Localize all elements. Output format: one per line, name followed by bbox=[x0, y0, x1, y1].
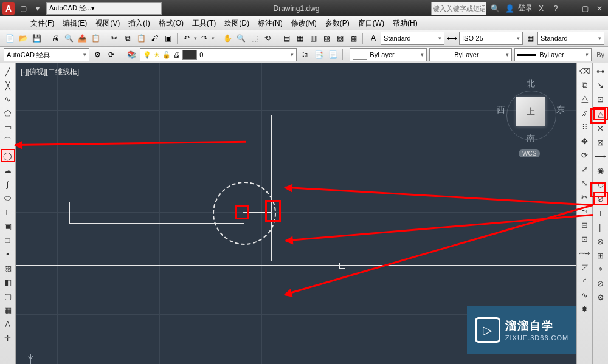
ellipse-icon[interactable]: ⬭ bbox=[1, 192, 15, 204]
dim-style-combo[interactable]: ISO-25▾ bbox=[459, 32, 523, 45]
menu-insert[interactable]: 插入(I) bbox=[125, 17, 153, 30]
table-icon[interactable]: ▦ bbox=[1, 304, 15, 316]
mtext-icon[interactable]: A bbox=[1, 318, 15, 330]
insert-icon[interactable]: ▣ bbox=[1, 220, 15, 232]
ellipse-arc-icon[interactable]: ⟌ bbox=[1, 206, 15, 218]
temp-track-icon[interactable]: ⊶ bbox=[594, 65, 607, 77]
undo-icon[interactable]: ↶ bbox=[181, 32, 193, 44]
workspace-combo[interactable]: AutoCAD 经典▾ bbox=[4, 48, 89, 61]
app-logo[interactable]: A bbox=[2, 2, 15, 15]
viewcube-wcs[interactable]: WCS bbox=[519, 149, 540, 157]
open-icon[interactable]: 📂 bbox=[17, 32, 29, 44]
point-icon[interactable]: • bbox=[1, 248, 15, 260]
plot-icon[interactable]: 📋 bbox=[89, 32, 102, 44]
menu-draw[interactable]: 绘图(D) bbox=[221, 17, 253, 30]
pan-icon[interactable]: ✋ bbox=[221, 32, 233, 44]
help-icon[interactable]: ? bbox=[550, 2, 562, 15]
cut-icon[interactable]: ✂ bbox=[108, 32, 120, 44]
match-icon[interactable]: 🖌 bbox=[148, 32, 161, 44]
viewcube-west[interactable]: 西 bbox=[497, 105, 505, 115]
osnap-settings-icon[interactable]: ⚙ bbox=[594, 291, 607, 303]
viewcube[interactable]: 北 南 东 西 上 WCS bbox=[500, 72, 561, 145]
viewcube-north[interactable]: 北 bbox=[527, 78, 535, 89]
gear-icon[interactable]: ⚙ bbox=[92, 49, 103, 61]
array-icon[interactable]: ⠿ bbox=[578, 121, 592, 133]
insert-snap-icon[interactable]: ⊞ bbox=[594, 249, 607, 261]
rotate-icon[interactable]: ⟳ bbox=[578, 149, 592, 161]
viewcube-face-top[interactable]: 上 bbox=[516, 97, 545, 126]
search-icon[interactable]: 🔍 bbox=[489, 2, 501, 15]
break-point-icon[interactable]: ⊟ bbox=[578, 219, 592, 231]
zoom-rt-icon[interactable]: 🔍 bbox=[235, 32, 247, 44]
node-icon[interactable]: ⊗ bbox=[594, 235, 607, 247]
paste-icon[interactable]: 📋 bbox=[135, 32, 147, 44]
lineweight-combo[interactable]: ByLayer▾ bbox=[514, 48, 592, 61]
addselected-icon[interactable]: ✛ bbox=[1, 332, 15, 344]
view-label[interactable]: [-][俯视][二维线框] bbox=[21, 67, 79, 77]
fillet-icon[interactable]: ◜ bbox=[578, 275, 592, 287]
viewcube-east[interactable]: 东 bbox=[556, 105, 565, 115]
mirror-icon[interactable]: ⧋ bbox=[578, 93, 592, 105]
title-workspace-combo[interactable]: AutoCAD 经...▾ bbox=[46, 2, 162, 15]
publish-icon[interactable]: 📤 bbox=[76, 32, 88, 44]
exchange-icon[interactable]: X bbox=[535, 2, 547, 15]
table-style-combo[interactable]: Standard▾ bbox=[537, 32, 604, 45]
new-icon[interactable]: 📄 bbox=[4, 32, 16, 44]
text-style-combo[interactable]: Standard▾ bbox=[381, 32, 444, 45]
blend-icon[interactable]: ∿ bbox=[578, 289, 592, 301]
parallel-icon[interactable]: ∥ bbox=[594, 221, 607, 233]
break-icon[interactable]: ⊡ bbox=[578, 233, 592, 245]
close-icon[interactable]: ✕ bbox=[593, 2, 606, 15]
extension-icon[interactable]: ⟶ bbox=[594, 150, 607, 162]
calc-icon[interactable]: ▩ bbox=[347, 32, 359, 44]
copy-clip-icon[interactable]: ⧉ bbox=[122, 32, 134, 44]
print-icon[interactable]: 🖨 bbox=[49, 32, 61, 44]
none-icon[interactable]: ⊘ bbox=[594, 277, 607, 289]
preview-icon[interactable]: 🔍 bbox=[63, 32, 75, 44]
drawing-canvas[interactable]: [-][俯视][二维线框] 北 南 东 西 上 WCS bbox=[16, 63, 576, 364]
layer-state-icon[interactable]: 📃 bbox=[327, 49, 339, 61]
revcloud-icon[interactable]: ☁ bbox=[1, 164, 15, 176]
login-label[interactable]: 登录 bbox=[518, 3, 533, 13]
gradient-icon[interactable]: ◧ bbox=[1, 276, 15, 288]
zoom-prev-icon[interactable]: ⟲ bbox=[261, 32, 274, 44]
move-icon[interactable]: ✥ bbox=[578, 135, 592, 147]
circle-icon[interactable]: ◯ bbox=[1, 149, 15, 162]
join-icon[interactable]: ⟿ bbox=[578, 247, 592, 259]
minimize-icon[interactable]: — bbox=[564, 2, 576, 15]
color-combo[interactable]: ByLayer▾ bbox=[350, 48, 427, 61]
scale-icon[interactable]: ⤢ bbox=[578, 163, 592, 175]
linetype-combo[interactable]: ByLayer▾ bbox=[429, 48, 512, 61]
center-icon[interactable]: ◉ bbox=[594, 164, 607, 176]
intersection-icon[interactable]: ✕ bbox=[594, 122, 607, 134]
redo-icon[interactable]: ↷ bbox=[198, 32, 210, 44]
qat-new-icon[interactable]: ▢ bbox=[17, 2, 29, 15]
chamfer-icon[interactable]: ◸ bbox=[578, 261, 592, 273]
trim-icon[interactable]: ✂ bbox=[578, 191, 592, 203]
props-icon[interactable]: ▤ bbox=[280, 32, 292, 44]
rectangle-icon[interactable]: ▭ bbox=[1, 121, 15, 133]
hatch-icon[interactable]: ▨ bbox=[1, 262, 15, 274]
menu-dimension[interactable]: 标注(N) bbox=[254, 17, 286, 30]
arc-icon[interactable]: ⌒ bbox=[1, 135, 15, 147]
tool-pal-icon[interactable]: ▥ bbox=[307, 32, 319, 44]
layer-prev-icon[interactable]: 📑 bbox=[313, 49, 325, 61]
menu-parametric[interactable]: 参数(P) bbox=[322, 17, 353, 30]
save-icon[interactable]: 💾 bbox=[30, 32, 43, 44]
menu-format[interactable]: 格式(O) bbox=[155, 17, 187, 30]
apparent-icon[interactable]: ⊠ bbox=[594, 136, 607, 148]
menu-tools[interactable]: 工具(T) bbox=[188, 17, 219, 30]
polyline-icon[interactable]: ∿ bbox=[1, 93, 15, 105]
explode-icon[interactable]: ✸ bbox=[578, 303, 592, 315]
stretch-icon[interactable]: ⤡ bbox=[578, 177, 592, 189]
offset-icon[interactable]: ⫽ bbox=[578, 107, 592, 119]
polygon-icon[interactable]: ⬠ bbox=[1, 107, 15, 119]
menu-help[interactable]: 帮助(H) bbox=[389, 17, 421, 30]
maximize-icon[interactable]: ▢ bbox=[579, 2, 591, 15]
textstyle-icon[interactable]: A bbox=[367, 32, 379, 44]
login-icon[interactable]: 👤 bbox=[503, 2, 516, 15]
make-block-icon[interactable]: □ bbox=[1, 234, 15, 246]
spline-icon[interactable]: ∫ bbox=[1, 178, 15, 190]
erase-icon[interactable]: ⌫ bbox=[578, 65, 592, 77]
zoom-win-icon[interactable]: ⬚ bbox=[248, 32, 260, 44]
